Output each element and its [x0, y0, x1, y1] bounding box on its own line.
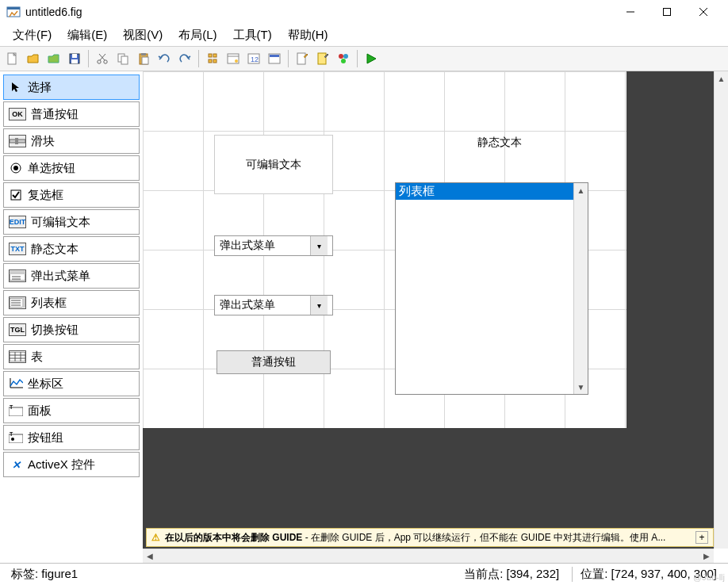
popup-icon [9, 270, 26, 282]
deprecation-warning: ⚠ 在以后的版本中将会删除 GUIDE - 在删除 GUIDE 后，App 可以… [146, 528, 714, 547]
chevron-down-icon[interactable]: ▾ [310, 236, 328, 255]
minimize-button[interactable] [612, 0, 649, 24]
new-icon[interactable] [3, 49, 22, 68]
app-icon [6, 5, 21, 19]
palette-label: ActiveX 控件 [28, 457, 95, 472]
canvas-overflow-right [626, 71, 714, 428]
undo-icon[interactable] [155, 49, 174, 68]
component-palette: 选择 OK普通按钮 滑块 单选按钮 复选框 EDIT可编辑文本 TXT静态文本 … [0, 71, 143, 563]
save-icon[interactable] [65, 49, 84, 68]
canvas-listbox[interactable]: 列表框 ▲▼ [395, 182, 588, 395]
palette-activex[interactable]: ✕ActiveX 控件 [3, 452, 140, 477]
scroll-up-icon[interactable]: ▲ [715, 71, 728, 86]
scroll-up-icon[interactable]: ▲ [574, 183, 588, 197]
palette-edit[interactable]: EDIT可编辑文本 [3, 209, 140, 235]
canvas-scroll: 可编辑文本 静态文本 弹出式菜单▾ 弹出式菜单▾ 普通按钮 列表框 ▲▼ ▲ ◀… [143, 71, 728, 563]
svg-rect-31 [318, 53, 326, 64]
activex-icon: ✕ [9, 458, 23, 471]
title-bar: untitled6.fig [0, 0, 728, 24]
palette-checkbox[interactable]: 复选框 [3, 182, 140, 208]
panel-icon: T [9, 404, 23, 417]
palette-radio[interactable]: 单选按钮 [3, 155, 140, 181]
svg-rect-21 [209, 59, 212, 63]
menu-editor-icon[interactable] [224, 49, 243, 68]
current-label: 当前点: [464, 567, 506, 580]
menu-edit[interactable]: 编辑(E) [61, 26, 113, 44]
warning-rest: - 在删除 GUIDE 后，App 可以继续运行，但不能在 GUIDE 中对其进… [302, 532, 665, 543]
txt-icon: TXT [9, 243, 26, 255]
close-button[interactable] [685, 0, 722, 24]
copy-icon[interactable] [113, 49, 132, 68]
design-grid[interactable]: 可编辑文本 静态文本 弹出式菜单▾ 弹出式菜单▾ 普通按钮 列表框 ▲▼ [143, 71, 626, 428]
scroll-left-icon[interactable]: ◀ [143, 549, 157, 563]
palette-popup[interactable]: 弹出式菜单 [3, 263, 140, 289]
svg-rect-48 [22, 298, 25, 308]
menu-help[interactable]: 帮助(H) [282, 26, 335, 44]
editor-icon[interactable] [293, 49, 312, 68]
menu-view[interactable]: 视图(V) [117, 26, 169, 44]
canvas-popup-1[interactable]: 弹出式菜单▾ [214, 235, 333, 256]
canvas-edit-text[interactable]: 可编辑文本 [214, 135, 333, 194]
palette-buttongroup[interactable]: T按钮组 [3, 425, 140, 450]
canvas-popup-2[interactable]: 弹出式菜单▾ [214, 295, 333, 315]
svg-point-32 [339, 54, 343, 59]
align-icon[interactable] [203, 49, 222, 68]
toolbar-editor-icon[interactable] [265, 49, 284, 68]
svg-point-34 [341, 59, 346, 63]
palette-table[interactable]: 表 [3, 344, 140, 369]
svg-rect-15 [121, 56, 128, 64]
palette-label: 可编辑文本 [31, 215, 90, 230]
run-icon[interactable] [362, 49, 381, 68]
static-text-label: 静态文本 [477, 136, 522, 150]
canvas-area: 可编辑文本 静态文本 弹出式菜单▾ 弹出式菜单▾ 普通按钮 列表框 ▲▼ ▲ ◀… [143, 71, 728, 563]
palette-axes[interactable]: 坐标区 [3, 371, 140, 396]
palette-toggle[interactable]: TGL切换按钮 [3, 317, 140, 342]
open-icon[interactable] [24, 49, 43, 68]
palette-label: 复选框 [28, 188, 63, 203]
svg-text:12: 12 [251, 55, 259, 63]
palette-panel[interactable]: T面板 [3, 398, 140, 423]
warning-bold: 在以后的版本中将会删除 GUIDE [165, 532, 302, 543]
object-browser-icon[interactable] [334, 49, 353, 68]
tab-order-icon[interactable]: 12 [244, 49, 263, 68]
menu-tools[interactable]: 工具(T) [227, 26, 278, 44]
canvas-pushbutton[interactable]: 普通按钮 [216, 350, 331, 374]
palette-listbox[interactable]: 列表框 [3, 290, 140, 315]
paste-icon[interactable] [134, 49, 153, 68]
chevron-down-icon[interactable]: ▾ [310, 296, 328, 315]
scroll-down-icon[interactable]: ▼ [574, 380, 588, 394]
svg-rect-19 [209, 54, 212, 57]
listbox-scrollbar[interactable]: ▲▼ [573, 183, 588, 394]
palette-select[interactable]: 选择 [3, 75, 140, 100]
current-value: [394, 232] [506, 567, 559, 580]
listbox-item-selected[interactable]: 列表框 [396, 183, 588, 200]
palette-slider[interactable]: 滑块 [3, 128, 140, 154]
menu-layout[interactable]: 布局(L) [172, 26, 223, 44]
canvas-static-text[interactable]: 静态文本 [404, 132, 595, 154]
svg-point-59 [11, 438, 14, 441]
open-folder-icon[interactable] [44, 49, 63, 68]
popup-label: 弹出式菜单 [220, 298, 275, 312]
svg-rect-8 [72, 54, 77, 58]
redo-icon[interactable] [175, 49, 194, 68]
expand-warning-button[interactable]: + [695, 531, 708, 544]
cursor-icon [9, 81, 23, 94]
main-area: 选择 OK普通按钮 滑块 单选按钮 复选框 EDIT可编辑文本 TXT静态文本 … [0, 71, 728, 563]
palette-pushbutton[interactable]: OK普通按钮 [3, 101, 140, 127]
svg-line-13 [99, 54, 105, 60]
tag-label: 标签: [11, 567, 41, 580]
scroll-right-icon[interactable]: ▶ [699, 549, 714, 563]
menu-file[interactable]: 文件(F) [6, 26, 58, 44]
svg-rect-22 [213, 59, 216, 63]
horizontal-scrollbar[interactable]: ◀▶ [143, 549, 714, 563]
property-inspector-icon[interactable] [313, 49, 332, 68]
listbox-icon [9, 296, 26, 309]
svg-point-11 [104, 60, 107, 63]
cut-icon[interactable] [93, 49, 112, 68]
svg-text:T: T [10, 432, 13, 437]
tgl-icon: TGL [9, 323, 26, 336]
vertical-scrollbar[interactable]: ▲ [714, 71, 728, 549]
palette-static[interactable]: TXT静态文本 [3, 236, 140, 262]
maximize-button[interactable] [649, 0, 685, 24]
slider-icon [9, 135, 26, 147]
